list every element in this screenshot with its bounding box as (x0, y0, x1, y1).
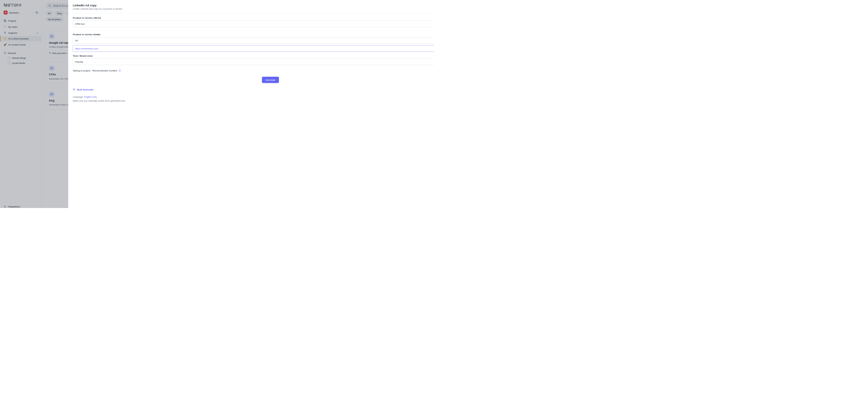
product-url-input[interactable] (73, 45, 434, 52)
saving-project-name: Recommended Content (92, 69, 117, 72)
svg-rect-12 (74, 89, 75, 91)
bulk-generate-label: Bulk Generate (77, 88, 93, 91)
product-offered-input[interactable] (73, 21, 434, 27)
bulk-generate-row[interactable]: Bulk Generate ▶ (73, 88, 434, 91)
modal-subtitle: Create LinkedIn Ads copy for a product o… (73, 7, 122, 10)
modal-linkedin-ad-copy: LinkedIn Ad copy Create LinkedIn Ads cop… (68, 0, 434, 208)
language-row: Language: English (US) (73, 95, 434, 98)
char-counter: 9 / 150 (73, 28, 434, 30)
saving-to-project-label: Saving to project: (73, 69, 91, 72)
review-note: Make sure you manually review all AI gen… (73, 99, 434, 102)
language-link[interactable]: English (US) (84, 95, 97, 98)
copy-icon (73, 88, 76, 91)
generate-button[interactable]: Generate (262, 77, 279, 83)
product-details-label: Product or service details (73, 33, 434, 36)
tone-label: Tone / Brand voice (73, 55, 434, 57)
details-mode-select[interactable] (73, 37, 434, 44)
external-link-icon[interactable] (119, 69, 121, 72)
tone-select[interactable] (73, 58, 434, 65)
product-offered-label: Product or service offered (73, 17, 434, 19)
modal-title: LinkedIn Ad copy (73, 4, 122, 7)
